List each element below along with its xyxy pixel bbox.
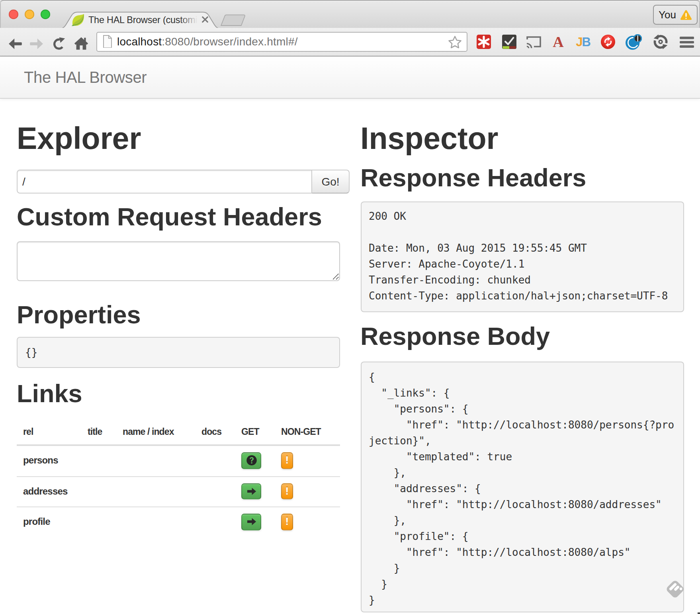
rel-cell: persons: [17, 445, 81, 476]
get-button[interactable]: [241, 483, 261, 499]
link-row-addresses: addresses !: [17, 476, 340, 507]
explorer-heading: Explorer: [17, 123, 340, 154]
extension-checker[interactable]: [499, 28, 519, 56]
sync-clock-icon: [652, 33, 669, 50]
resource-path-input[interactable]: [17, 170, 312, 194]
spring-leaf-favicon: [72, 13, 84, 26]
col-header-name-index: name / index: [116, 417, 195, 445]
address-bar[interactable]: localhost:8080/browser/index.html#/: [96, 31, 467, 51]
window-resize-grip: [698, 612, 700, 614]
cast-icon: [526, 35, 542, 48]
profile-name: You: [659, 9, 676, 21]
nonget-button[interactable]: !: [281, 452, 293, 469]
response-headers-box: 200 OK Date: Mon, 03 Aug 2015 19:55:45 G…: [360, 201, 684, 312]
tab-close-icon[interactable]: [200, 14, 210, 25]
extension-blue-disc[interactable]: [623, 28, 643, 56]
links-header-row: rel title name / index docs GET NON-GET: [17, 417, 340, 445]
col-header-nonget: NON-GET: [275, 417, 340, 445]
reload-icon: [52, 37, 66, 50]
arrow-right-icon: [246, 486, 257, 497]
properties-box: {}: [17, 337, 340, 368]
explorer-column: Explorer Go! Custom Request Headers Prop…: [17, 115, 340, 612]
rel-cell: addresses: [17, 476, 81, 507]
back-icon: [8, 37, 23, 50]
exclamation-icon: !: [285, 514, 289, 530]
zoom-window-button[interactable]: [41, 10, 50, 20]
extension-a[interactable]: A: [548, 28, 569, 56]
blue-disc-icon: [625, 34, 641, 50]
link-row-profile: profile !: [17, 507, 340, 537]
exclamation-icon: !: [285, 453, 289, 469]
page-icon: [103, 35, 112, 48]
reload-button[interactable]: [49, 29, 68, 57]
custom-request-headers-heading: Custom Request Headers: [17, 200, 340, 232]
response-body-box: { "_links": { "persons": { "href": "http…: [360, 362, 684, 612]
profile-button[interactable]: You: [653, 5, 698, 25]
back-button[interactable]: [6, 29, 24, 57]
inspector-heading: Inspector: [360, 123, 684, 154]
navigation-form: Go!: [17, 170, 340, 194]
page-navbar: The HAL Browser: [0, 57, 700, 99]
warning-icon: [680, 10, 692, 20]
forward-icon: [28, 37, 43, 50]
extension-jb[interactable]: JB: [573, 28, 593, 56]
browser-toolbar: localhost:8080/browser/index.html#/: [0, 28, 700, 57]
custom-headers-textarea[interactable]: [17, 241, 340, 281]
col-header-rel: rel: [17, 417, 81, 445]
close-window-button[interactable]: [9, 10, 18, 20]
inspector-column: Inspector Response Headers 200 OK Date: …: [360, 115, 684, 612]
links-heading: Links: [17, 377, 340, 409]
links-table: rel title name / index docs GET NON-GET …: [17, 417, 340, 537]
properties-heading: Properties: [17, 299, 340, 330]
screen: The HAL Browser (customi You: [0, 0, 700, 614]
hal-browser-page: The HAL Browser Explorer Go! Custom Requ…: [0, 57, 700, 614]
home-button[interactable]: [72, 29, 91, 57]
tab-strip: The HAL Browser (customi You: [0, 0, 700, 28]
window-controls: [9, 10, 50, 20]
nonget-button[interactable]: !: [281, 514, 293, 530]
lastpass-icon: [476, 34, 491, 49]
red-refresh-icon: [600, 34, 615, 49]
checkmark-app-icon: [501, 34, 516, 49]
forward-button[interactable]: [27, 29, 45, 57]
browser-chrome: The HAL Browser (customi You: [0, 0, 700, 57]
col-header-title: title: [81, 417, 116, 445]
home-icon: [74, 37, 88, 50]
minimize-window-button[interactable]: [25, 10, 34, 20]
feedly-icon: [666, 579, 684, 598]
get-button[interactable]: [241, 514, 261, 530]
bookmark-star-icon[interactable]: [447, 35, 462, 49]
exclamation-icon: !: [285, 483, 289, 499]
red-a-icon: A: [553, 34, 563, 49]
tab-content[interactable]: The HAL Browser (customi: [72, 11, 212, 28]
arrow-right-icon: [246, 516, 257, 528]
brand: The HAL Browser: [24, 68, 147, 87]
jb-icon: JB: [576, 36, 590, 48]
col-header-docs: docs: [195, 417, 235, 445]
response-body-heading: Response Body: [360, 320, 684, 352]
new-tab-button[interactable]: [221, 14, 248, 26]
extension-history-sync[interactable]: [650, 28, 671, 56]
nonget-button[interactable]: !: [281, 483, 293, 499]
extension-chromecast[interactable]: [523, 28, 544, 56]
response-headers-heading: Response Headers: [360, 161, 684, 193]
url-text[interactable]: localhost:8080/browser/index.html#/: [117, 35, 298, 48]
go-button[interactable]: Go!: [311, 170, 350, 194]
rel-cell: profile: [17, 507, 81, 537]
question-sign-icon: [246, 455, 257, 466]
extension-lastpass[interactable]: [473, 28, 494, 56]
col-header-get: GET: [235, 417, 275, 445]
hamburger-menu-icon: [679, 35, 694, 48]
tab-title: The HAL Browser (customi: [88, 14, 197, 25]
feedly-mini-badge[interactable]: [666, 579, 684, 598]
get-button[interactable]: [241, 452, 261, 469]
extension-red-sync[interactable]: [597, 28, 618, 56]
link-row-persons: persons !: [17, 445, 340, 476]
menu-button[interactable]: [676, 28, 698, 56]
